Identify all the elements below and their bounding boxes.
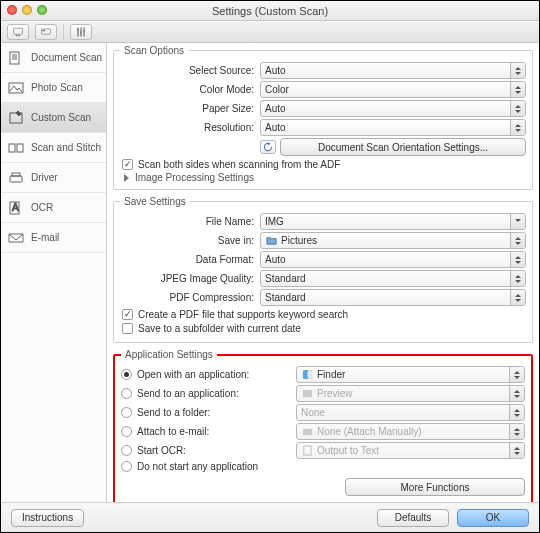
instructions-button[interactable]: Instructions bbox=[11, 509, 84, 527]
open-app-dropdown[interactable]: Finder bbox=[296, 366, 525, 383]
chevron-updown-icon bbox=[509, 424, 524, 439]
svg-rect-27 bbox=[303, 446, 310, 455]
preview-icon bbox=[301, 388, 313, 400]
start-ocr-dropdown: Output to Text bbox=[296, 442, 525, 459]
titlebar: Settings (Custom Scan) bbox=[1, 1, 539, 21]
application-settings-legend: Application Settings bbox=[121, 349, 217, 360]
data-format-label: Data Format: bbox=[120, 254, 260, 265]
send-folder-radio[interactable]: Send to a folder: bbox=[121, 407, 296, 418]
radio-icon bbox=[121, 369, 132, 380]
toolbar-scan-from-panel-button[interactable] bbox=[35, 24, 57, 40]
window-title: Settings (Custom Scan) bbox=[212, 5, 328, 17]
sidebar-item-label: OCR bbox=[31, 202, 53, 213]
chevron-updown-icon bbox=[510, 252, 525, 267]
paper-size-label: Paper Size: bbox=[120, 103, 260, 114]
chevron-updown-icon bbox=[509, 386, 524, 401]
send-app-dropdown: Preview bbox=[296, 385, 525, 402]
sidebar-item-label: Document Scan bbox=[31, 52, 102, 63]
sidebar-item-photo-scan[interactable]: Photo Scan bbox=[1, 73, 106, 103]
close-icon[interactable] bbox=[7, 5, 17, 15]
scan-options-legend: Scan Options bbox=[120, 45, 188, 56]
stitch-icon bbox=[7, 141, 25, 155]
radio-icon bbox=[121, 388, 132, 399]
svg-rect-24 bbox=[307, 370, 312, 379]
sidebar-item-label: Photo Scan bbox=[31, 82, 83, 93]
checkbox-icon bbox=[122, 309, 133, 320]
svg-rect-0 bbox=[14, 28, 23, 34]
application-settings-group: Application Settings Open with an applic… bbox=[113, 349, 533, 502]
sidebar-item-ocr[interactable]: AOCR bbox=[1, 193, 106, 223]
toolbar-scan-from-computer-button[interactable] bbox=[7, 24, 29, 40]
orientation-reset-button[interactable] bbox=[260, 140, 276, 154]
sidebar-item-document-scan[interactable]: Document Scan bbox=[1, 43, 106, 73]
send-app-radio[interactable]: Send to an application: bbox=[121, 388, 296, 399]
svg-rect-6 bbox=[83, 27, 85, 36]
folder-icon bbox=[265, 235, 277, 247]
svg-rect-17 bbox=[9, 144, 15, 152]
checkbox-icon bbox=[122, 159, 133, 170]
sidebar-item-driver[interactable]: Driver bbox=[1, 163, 106, 193]
scan-options-group: Scan Options Select Source:Auto Color Mo… bbox=[113, 45, 533, 190]
more-functions-button[interactable]: More Functions bbox=[345, 478, 525, 496]
attach-email-dropdown: None (Attach Manually) bbox=[296, 423, 525, 440]
sidebar-item-label: Custom Scan bbox=[31, 112, 91, 123]
start-ocr-radio[interactable]: Start OCR: bbox=[121, 445, 296, 456]
minimize-icon[interactable] bbox=[22, 5, 32, 15]
triangle-right-icon bbox=[124, 174, 129, 182]
sidebar-item-label: E-mail bbox=[31, 232, 59, 243]
toolbar-general-settings-button[interactable] bbox=[70, 24, 92, 40]
svg-rect-19 bbox=[10, 176, 22, 182]
zoom-icon[interactable] bbox=[37, 5, 47, 15]
svg-rect-20 bbox=[12, 173, 20, 176]
chevron-updown-icon bbox=[509, 367, 524, 382]
select-source-dropdown[interactable]: Auto bbox=[260, 62, 526, 79]
attach-email-radio[interactable]: Attach to e-mail: bbox=[121, 426, 296, 437]
do-not-start-radio[interactable]: Do not start any application bbox=[121, 461, 258, 472]
svg-point-9 bbox=[83, 29, 85, 31]
custom-icon bbox=[7, 111, 25, 125]
chevron-updown-icon bbox=[509, 443, 524, 458]
pdf-compression-dropdown[interactable]: Standard bbox=[260, 289, 526, 306]
orientation-settings-button[interactable]: Document Scan Orientation Settings... bbox=[280, 138, 526, 156]
send-folder-dropdown: None bbox=[296, 404, 525, 421]
resolution-label: Resolution: bbox=[120, 122, 260, 133]
ok-button[interactable]: OK bbox=[457, 509, 529, 527]
color-mode-dropdown[interactable]: Color bbox=[260, 81, 526, 98]
chevron-updown-icon bbox=[510, 120, 525, 135]
file-name-input[interactable]: IMG bbox=[260, 213, 526, 230]
sidebar-item-email[interactable]: E-mail bbox=[1, 223, 106, 253]
subfolder-checkbox[interactable]: Save to a subfolder with current date bbox=[122, 323, 526, 334]
defaults-button[interactable]: Defaults bbox=[377, 509, 449, 527]
sidebar-item-custom-scan[interactable]: Custom Scan bbox=[1, 103, 106, 133]
data-format-dropdown[interactable]: Auto bbox=[260, 251, 526, 268]
photo-icon bbox=[7, 81, 25, 95]
svg-rect-10 bbox=[10, 52, 19, 64]
checkbox-icon bbox=[122, 323, 133, 334]
sidebar: Document Scan Photo Scan Custom Scan Sca… bbox=[1, 43, 107, 502]
create-pdf-checkbox[interactable]: Create a PDF file that supports keyword … bbox=[122, 309, 526, 320]
save-in-label: Save in: bbox=[120, 235, 260, 246]
save-settings-group: Save Settings File Name:IMG Save in:Pict… bbox=[113, 196, 533, 343]
radio-icon bbox=[121, 426, 132, 437]
scan-both-sides-checkbox[interactable]: Scan both sides when scanning from the A… bbox=[122, 159, 526, 170]
finder-icon bbox=[301, 369, 313, 381]
svg-rect-1 bbox=[16, 35, 21, 36]
paper-size-dropdown[interactable]: Auto bbox=[260, 100, 526, 117]
email-icon bbox=[7, 231, 25, 245]
chevron-updown-icon bbox=[510, 233, 525, 248]
sidebar-item-label: Driver bbox=[31, 172, 58, 183]
save-in-dropdown[interactable]: Pictures bbox=[260, 232, 526, 249]
svg-rect-26 bbox=[302, 429, 311, 435]
footer: Instructions Defaults OK bbox=[1, 502, 539, 532]
save-settings-legend: Save Settings bbox=[120, 196, 190, 207]
open-app-radio[interactable]: Open with an application: bbox=[121, 369, 296, 380]
color-mode-label: Color Mode: bbox=[120, 84, 260, 95]
chevron-updown-icon bbox=[510, 82, 525, 97]
sidebar-item-scan-and-stitch[interactable]: Scan and Stitch bbox=[1, 133, 106, 163]
resolution-dropdown[interactable]: Auto bbox=[260, 119, 526, 136]
svg-marker-16 bbox=[16, 111, 21, 116]
jpeg-quality-dropdown[interactable]: Standard bbox=[260, 270, 526, 287]
chevron-updown-icon bbox=[510, 101, 525, 116]
window-controls bbox=[7, 5, 47, 15]
image-processing-disclosure[interactable]: Image Processing Settings bbox=[124, 172, 526, 183]
